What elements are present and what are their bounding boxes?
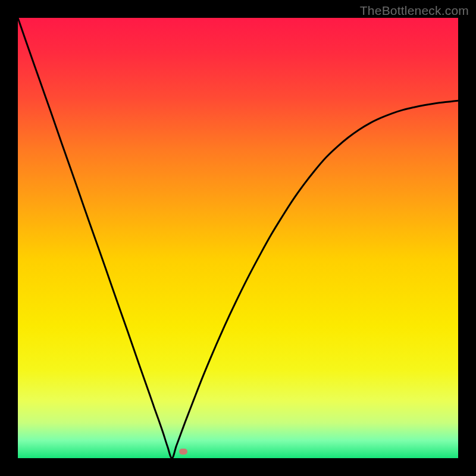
- bottleneck-curve: [18, 18, 458, 458]
- chart-frame: TheBottleneck.com: [0, 0, 476, 476]
- optimum-marker: [179, 449, 187, 455]
- watermark-text: TheBottleneck.com: [360, 4, 469, 18]
- plot-area: [18, 18, 458, 458]
